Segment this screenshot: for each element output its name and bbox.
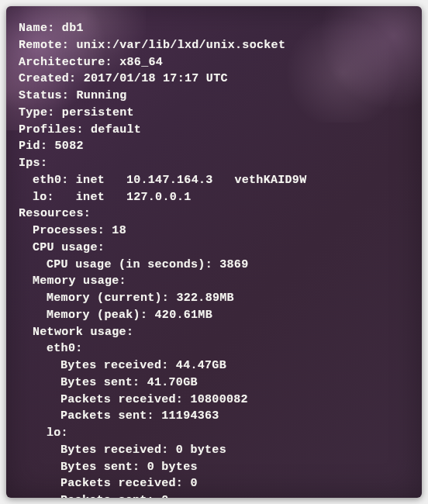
net-eth0-bytes-sent: Bytes sent: 41.70GB — [19, 375, 409, 392]
net-header: Network usage: — [19, 324, 409, 341]
ips-lo: lo: inet 127.0.0.1 — [19, 189, 409, 206]
pkts-recv-label: Packets received: — [60, 393, 183, 406]
resources-header: Resources: — [19, 205, 409, 223]
mem-current-value: 322.89MB — [176, 292, 233, 305]
bytes-recv-label: Bytes received: — [60, 359, 169, 372]
arch-value: x86_64 — [119, 56, 163, 69]
pid-label: Pid: — [19, 140, 47, 153]
mem-current-label: Memory (current): — [47, 292, 169, 305]
info-status: Status: Running — [19, 88, 409, 105]
bytes-sent-value: 0 bytes — [147, 461, 198, 474]
net-lo-pkts-sent: Packets sent: 0 — [19, 492, 409, 498]
cpu-header: CPU usage: — [19, 240, 409, 257]
info-pid: Pid: 5082 — [19, 138, 409, 155]
info-name: Name: db1 — [19, 20, 409, 37]
net-eth0-bytes-recv: Bytes received: 44.47GB — [19, 357, 409, 375]
bytes-recv-value: 0 bytes — [176, 444, 226, 457]
pkts-sent-value: 11194363 — [161, 409, 219, 423]
info-profiles: Profiles: default — [19, 122, 409, 139]
created-label: Created: — [19, 72, 76, 85]
processes-value: 18 — [112, 224, 126, 237]
net-lo-pkts-recv: Packets received: 0 — [19, 475, 409, 492]
mem-peak-label: Memory (peak): — [47, 309, 147, 322]
status-value: Running — [76, 89, 126, 102]
pkts-sent-value: 0 — [161, 494, 168, 498]
cpu-seconds: CPU usage (in seconds): 3869 — [19, 257, 409, 274]
info-architecture: Architecture: x86_64 — [19, 54, 409, 71]
mem-peak: Memory (peak): 420.61MB — [19, 307, 409, 324]
pkts-recv-value: 10800082 — [190, 393, 247, 406]
mem-header: Memory usage: — [19, 273, 409, 290]
ips-header: Ips: — [19, 155, 409, 172]
name-label: Name: — [19, 22, 55, 35]
info-created: Created: 2017/01/18 17:17 UTC — [19, 71, 409, 88]
pkts-recv-label: Packets received: — [60, 477, 183, 490]
mem-current: Memory (current): 322.89MB — [19, 290, 409, 307]
bytes-sent-label: Bytes sent: — [60, 376, 140, 389]
info-remote: Remote: unix:/var/lib/lxd/unix.socket — [19, 37, 409, 54]
ips-eth0: eth0: inet 10.147.164.3 vethKAID9W — [19, 172, 409, 189]
name-value: db1 — [62, 22, 84, 35]
pkts-recv-value: 0 — [190, 477, 197, 490]
arch-label: Architecture: — [19, 56, 112, 69]
pkts-sent-label: Packets sent: — [60, 494, 154, 498]
net-lo-header: lo: — [19, 425, 409, 442]
net-eth0-pkts-sent: Packets sent: 11194363 — [19, 408, 409, 425]
net-lo-bytes-sent: Bytes sent: 0 bytes — [19, 459, 409, 476]
profiles-label: Profiles: — [19, 123, 84, 136]
bytes-recv-value: 44.47GB — [176, 359, 226, 372]
info-type: Type: persistent — [19, 105, 409, 122]
status-label: Status: — [19, 89, 69, 102]
processes-label: Processes: — [33, 224, 105, 237]
remote-label: Remote: — [19, 39, 69, 52]
created-value: 2017/01/18 17:17 UTC — [84, 72, 228, 85]
bytes-sent-value: 41.70GB — [147, 376, 198, 389]
remote-value: unix:/var/lib/lxd/unix.socket — [76, 39, 285, 52]
net-lo-bytes-recv: Bytes received: 0 bytes — [19, 442, 409, 459]
bytes-recv-label: Bytes received: — [60, 444, 169, 457]
type-value: persistent — [62, 106, 134, 119]
type-label: Type: — [19, 106, 55, 119]
cpu-seconds-value: 3869 — [219, 258, 248, 271]
pid-value: 5082 — [55, 140, 84, 153]
terminal-output: Name: db1 Remote: unix:/var/lib/lxd/unix… — [6, 6, 422, 498]
net-eth0-pkts-recv: Packets received: 10800082 — [19, 392, 409, 409]
net-eth0-header: eth0: — [19, 340, 409, 357]
pkts-sent-label: Packets sent: — [60, 409, 154, 423]
bytes-sent-label: Bytes sent: — [60, 461, 140, 474]
cpu-seconds-label: CPU usage (in seconds): — [47, 258, 212, 271]
profiles-value: default — [91, 123, 141, 136]
resources-processes: Processes: 18 — [19, 223, 409, 240]
mem-peak-value: 420.61MB — [155, 309, 212, 322]
